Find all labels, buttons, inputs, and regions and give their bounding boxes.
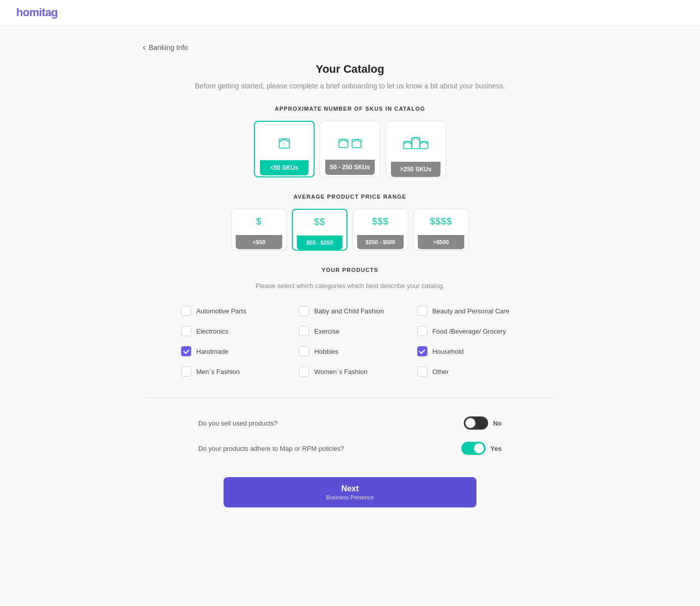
- price-badge-gt500: >$500: [418, 235, 464, 249]
- toggle-label-map: Do your products adhere to Map or RPM po…: [198, 445, 344, 452]
- toggle-row-map: Do your products adhere to Map or RPM po…: [198, 436, 502, 461]
- back-chevron-icon: ‹: [143, 42, 146, 53]
- toggle-label-used: Do you sell used products?: [198, 419, 278, 427]
- products-section-label: YOUR PRODUCTS: [143, 267, 557, 273]
- category-label-womens: Women`s Fashion: [314, 368, 367, 376]
- logo[interactable]: homitag: [16, 6, 58, 19]
- sku-icon-medium: [337, 130, 363, 151]
- toggle-row-used: Do you sell used products? No: [198, 410, 502, 436]
- category-label-automotive: Automotive Parts: [196, 307, 246, 315]
- toggle-map-rpm[interactable]: [461, 442, 486, 455]
- category-electronics[interactable]: Electronics: [173, 321, 291, 341]
- checkbox-other[interactable]: [417, 366, 427, 377]
- next-button-label: Next: [231, 484, 469, 493]
- sku-icon-large: [402, 130, 430, 153]
- sku-card-gt250[interactable]: >250 SKUs: [385, 121, 446, 177]
- checkbox-hobbies[interactable]: [299, 346, 309, 356]
- sku-card-lt50[interactable]: <50 SKUs: [254, 121, 315, 177]
- category-label-food: Food /Beverage/ Grocery: [432, 328, 506, 335]
- price-symbol-gt500: $$$$: [430, 216, 452, 227]
- category-label-household: Household: [432, 348, 464, 355]
- category-handmade[interactable]: Handmade: [173, 341, 291, 361]
- sku-cards-row: <50 SKUs 50 - 250 SKUs >250 SKUs: [143, 121, 557, 177]
- category-other[interactable]: Other: [409, 361, 527, 382]
- checkbox-baby[interactable]: [299, 306, 309, 316]
- checkbox-household[interactable]: [417, 346, 427, 356]
- category-label-mens: Men`s Fashion: [196, 368, 240, 376]
- sku-badge-gt250: >250 SKUs: [391, 162, 441, 177]
- divider: [143, 398, 557, 398]
- category-automotive[interactable]: Automotive Parts: [173, 301, 291, 321]
- back-nav-label: Banking Info: [149, 43, 188, 52]
- category-label-electronics: Electronics: [196, 328, 229, 335]
- toggle-answer-used: No: [493, 419, 502, 427]
- svg-rect-2: [352, 139, 361, 148]
- toggle-section: Do you sell used products? No Do your pr…: [198, 410, 502, 461]
- checkbox-automotive[interactable]: [181, 306, 191, 316]
- category-label-other: Other: [432, 368, 449, 376]
- sku-card-50-250[interactable]: 50 - 250 SKUs: [320, 121, 380, 177]
- svg-rect-3: [404, 142, 412, 149]
- category-baby[interactable]: Baby and Child Fashion: [291, 301, 409, 321]
- page-title: Your Catalog: [143, 63, 557, 76]
- category-label-baby: Baby and Child Fashion: [314, 307, 384, 315]
- price-badge-lt50: <$50: [236, 235, 282, 249]
- checkbox-beauty[interactable]: [417, 306, 427, 316]
- category-food[interactable]: Food /Beverage/ Grocery: [409, 321, 527, 341]
- toggle-thumb-used: [465, 418, 475, 428]
- sku-badge-50-250: 50 - 250 SKUs: [325, 160, 375, 175]
- checkbox-handmade[interactable]: [181, 346, 191, 356]
- category-label-exercise: Exercise: [314, 328, 339, 335]
- price-badge-50-250: $50 - $250: [297, 236, 342, 250]
- price-card-gt500[interactable]: $$$$ >$500: [413, 209, 469, 251]
- next-button[interactable]: Next Business Presence: [224, 477, 476, 507]
- category-hobbies[interactable]: Hobbies: [291, 341, 409, 361]
- page-subtitle: Before getting started, please complete …: [143, 81, 557, 91]
- toggle-thumb-map: [474, 443, 484, 453]
- toggle-right-used: No: [464, 416, 502, 430]
- toggle-used-products[interactable]: [464, 416, 488, 430]
- products-subtitle: Please select which categories which bes…: [143, 282, 557, 290]
- toggle-answer-map: Yes: [491, 445, 502, 452]
- category-label-handmade: Handmade: [196, 348, 229, 355]
- category-beauty[interactable]: Beauty and Personal Care: [409, 301, 527, 321]
- back-nav[interactable]: ‹ Banking Info: [143, 42, 557, 53]
- checkbox-womens[interactable]: [299, 366, 309, 377]
- category-label-hobbies: Hobbies: [314, 348, 338, 355]
- category-label-beauty: Beauty and Personal Care: [432, 307, 509, 315]
- price-symbol-lt50: $: [256, 216, 261, 227]
- price-badge-250-500: $250 - $500: [357, 235, 404, 249]
- price-section-label: AVERAGE PRODUCT PRICE RANGE: [143, 194, 557, 200]
- category-exercise[interactable]: Exercise: [291, 321, 409, 341]
- category-household[interactable]: Household: [409, 341, 527, 361]
- price-card-250-500[interactable]: $$$ $250 - $500: [353, 209, 408, 251]
- sku-badge-lt50: <50 SKUs: [260, 160, 309, 175]
- svg-rect-5: [420, 142, 428, 149]
- next-button-sublabel: Business Presence: [231, 494, 469, 500]
- price-card-lt50[interactable]: $ <$50: [231, 209, 287, 251]
- categories-grid: Automotive Parts Baby and Child Fashion …: [173, 301, 527, 382]
- checkbox-exercise[interactable]: [299, 326, 309, 336]
- checkbox-electronics[interactable]: [181, 326, 191, 336]
- price-card-50-250[interactable]: $$ $50 - $250: [292, 209, 347, 251]
- page-container: ‹ Banking Info Your Catalog Before getti…: [133, 26, 567, 538]
- category-womens[interactable]: Women`s Fashion: [291, 361, 409, 382]
- header: homitag: [0, 0, 700, 26]
- sku-section-label: APPROXIMATE NUMBER OF SKUS IN CATALOG: [143, 106, 557, 112]
- price-cards-row: $ <$50 $$ $50 - $250 $$$ $250 - $500 $$$…: [143, 209, 557, 251]
- price-symbol-250-500: $$$: [372, 216, 388, 227]
- category-mens[interactable]: Men`s Fashion: [173, 361, 291, 382]
- sku-icon-small: [274, 131, 294, 151]
- checkbox-mens[interactable]: [181, 366, 191, 377]
- toggle-right-map: Yes: [461, 442, 502, 455]
- svg-rect-1: [339, 139, 348, 148]
- checkbox-food[interactable]: [417, 326, 427, 336]
- price-symbol-50-250: $$: [314, 217, 325, 227]
